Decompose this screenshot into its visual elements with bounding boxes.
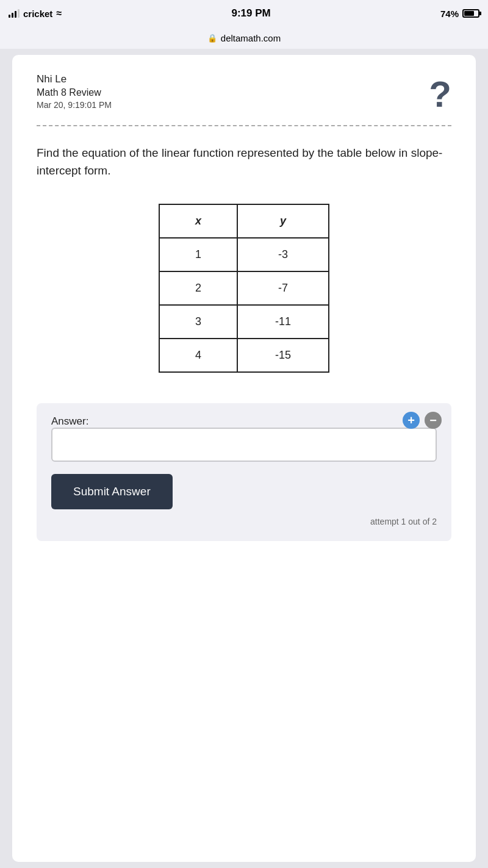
address-bar: 🔒 deltamath.com — [0, 27, 488, 49]
content-wrapper: Nhi Le Math 8 Review Mar 20, 9:19:01 PM … — [12, 55, 476, 862]
battery-body — [462, 9, 479, 18]
section-divider — [37, 125, 451, 126]
cell-y-2: -7 — [237, 271, 329, 305]
table-container: x y 1 -3 2 -7 3 -11 4 -1 — [37, 204, 451, 373]
signal-bars-icon — [9, 9, 20, 18]
header-row: Nhi Le Math 8 Review Mar 20, 9:19:01 PM … — [37, 73, 451, 113]
battery-icon — [462, 9, 479, 18]
signal-bar-3 — [15, 11, 16, 18]
cell-x-1: 1 — [159, 238, 237, 271]
cell-x-2: 2 — [159, 271, 237, 305]
attempt-text: attempt 1 out of 2 — [51, 517, 437, 526]
cell-x-3: 3 — [159, 305, 237, 339]
url-text: deltamath.com — [221, 33, 281, 43]
signal-bar-1 — [9, 15, 10, 18]
table-row: 1 -3 — [159, 238, 329, 271]
col-header-y: y — [237, 204, 329, 238]
table-header-row: x y — [159, 204, 329, 238]
table-row: 3 -11 — [159, 305, 329, 339]
user-info: Nhi Le Math 8 Review Mar 20, 9:19:01 PM — [37, 73, 112, 110]
carrier-name: cricket — [23, 9, 52, 19]
lock-icon: 🔒 — [207, 34, 217, 43]
cell-y-1: -3 — [237, 238, 329, 271]
user-name: Nhi Le — [37, 73, 112, 85]
answer-section: + − Answer: Submit Answer attempt 1 out … — [37, 403, 451, 541]
status-right: 74% — [440, 9, 479, 19]
class-name: Math 8 Review — [37, 87, 112, 98]
table-row: 2 -7 — [159, 271, 329, 305]
cell-y-3: -11 — [237, 305, 329, 339]
table-row: 4 -15 — [159, 339, 329, 372]
help-icon[interactable]: ? — [429, 76, 451, 113]
timestamp: Mar 20, 9:19:01 PM — [37, 100, 112, 110]
col-header-x: x — [159, 204, 237, 238]
wifi-icon: ≈ — [56, 8, 62, 19]
battery-percentage: 74% — [440, 9, 459, 19]
minus-button[interactable]: − — [425, 412, 442, 429]
status-bar: cricket ≈ 9:19 PM 74% — [0, 0, 488, 27]
time-display: 9:19 PM — [231, 7, 270, 20]
data-table: x y 1 -3 2 -7 3 -11 4 -1 — [159, 204, 329, 373]
submit-button[interactable]: Submit Answer — [51, 474, 173, 509]
answer-controls: + − — [403, 412, 442, 429]
cell-y-4: -15 — [237, 339, 329, 372]
cell-x-4: 4 — [159, 339, 237, 372]
signal-bar-4 — [18, 9, 20, 18]
signal-bar-2 — [12, 13, 13, 18]
status-left: cricket ≈ — [9, 8, 62, 19]
question-text: Find the equation of the linear function… — [37, 145, 451, 179]
answer-label: Answer: — [51, 415, 88, 427]
answer-input[interactable] — [51, 428, 437, 462]
plus-button[interactable]: + — [403, 412, 420, 429]
battery-fill — [464, 11, 474, 16]
